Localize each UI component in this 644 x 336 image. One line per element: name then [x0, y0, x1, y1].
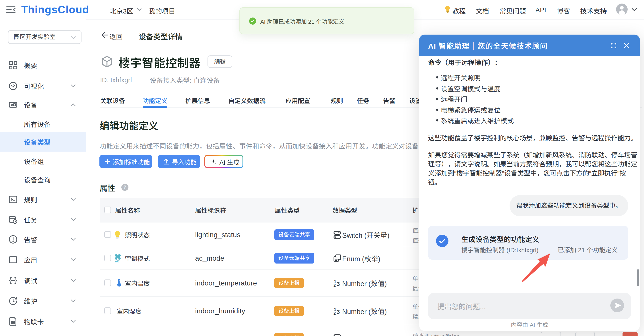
svg-text:3: 3 [336, 281, 340, 287]
svg-text:3: 3 [336, 308, 340, 315]
svg-text:2: 2 [334, 311, 336, 315]
svg-text:2: 2 [334, 283, 336, 287]
svg-text:A/C: A/C [115, 260, 120, 262]
